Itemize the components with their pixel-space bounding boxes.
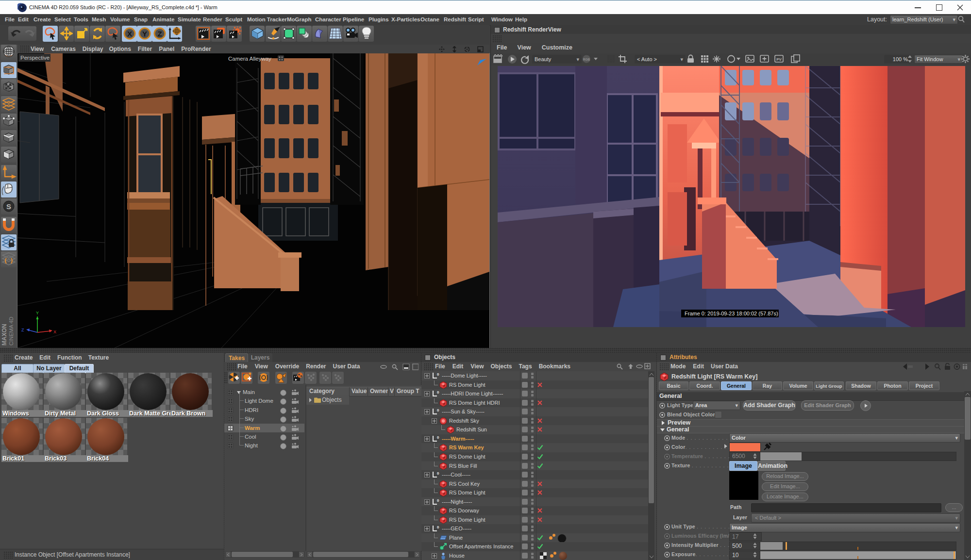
svg-text:0: 0 (437, 498, 439, 503)
svg-text:MAXON: MAXON (1, 324, 8, 346)
svg-text:RGB: RGB (583, 58, 590, 61)
svg-text:0: 0 (437, 372, 439, 377)
svg-text:0: 0 (437, 525, 439, 529)
svg-text:Z: Z (21, 328, 24, 332)
svg-text:X: X (127, 30, 132, 38)
svg-text:X: X (53, 329, 56, 334)
svg-text:Camera Alleyway: Camera Alleyway (228, 56, 271, 62)
svg-text:0: 0 (437, 390, 439, 395)
svg-text:Z: Z (157, 30, 162, 38)
svg-text:0: 0 (437, 408, 439, 412)
svg-text:Perspective: Perspective (20, 55, 50, 61)
svg-text:0: 0 (437, 471, 439, 476)
svg-text:PV: PV (776, 57, 782, 62)
svg-text:Y: Y (36, 311, 39, 315)
svg-text:Y: Y (142, 30, 147, 38)
svg-text:0: 0 (437, 435, 439, 440)
svg-text:Frame 0: 2019-09-23 18:00: Frame 0: 2019-09-23 18:00:02 (57.87s) (685, 311, 778, 316)
svg-text:S: S (6, 202, 11, 211)
svg-text:CINEMA 4D: CINEMA 4D (8, 317, 14, 346)
